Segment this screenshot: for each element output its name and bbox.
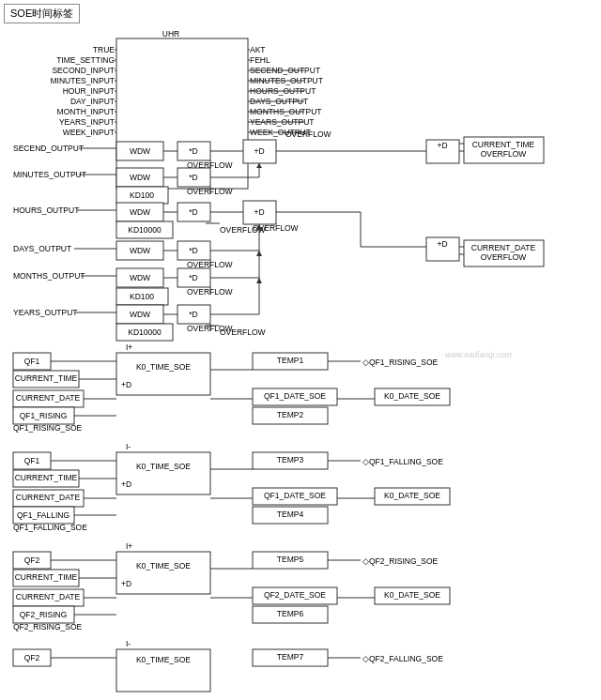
minutes-output-left: MINUTES_OUTPUT (13, 170, 86, 179)
output-akt: AKT (250, 45, 266, 54)
qf2-rising-block: QF2_RISING (20, 610, 68, 619)
kd100-2: KD100 (130, 292, 154, 301)
temp7: TEMP7 (277, 652, 304, 662)
hours-output-left: HOURS_OUTPUT (13, 205, 79, 215)
qf1-rising-soe-arrow: ◇QF1_RISING_SOE (362, 358, 439, 367)
i-minus-2: I- (126, 639, 131, 648)
temp1: TEMP1 (277, 356, 304, 365)
plus-d2: +D (437, 141, 447, 150)
overflow9: OVERFLOW (220, 327, 266, 337)
input-hour: HOUR_INPUT (63, 86, 115, 96)
star-d2: *D (189, 173, 197, 182)
overflow2: OVERFLOW (285, 129, 331, 139)
current-date-3: CURRENT_DATE (16, 592, 81, 601)
star-d5: *D (189, 273, 197, 282)
qf1-falling-block: QF1_FALLING (17, 510, 69, 520)
k0-date-soe-2: K0_DATE_SOE (384, 491, 440, 500)
input-true: TRUE (93, 45, 115, 54)
plus-d-soe3: +D (121, 579, 131, 588)
qf2-rising-soe-arrow: ◇QF2_RISING_SOE (362, 556, 439, 566)
overflow7: OVERFLOW (187, 287, 233, 297)
input-month: MONTH_INPUT (57, 107, 115, 116)
plus-d-soe1: +D (121, 380, 131, 389)
wdw6-label: WDW (130, 310, 150, 319)
current-time-box: CURRENT_TIME (472, 140, 535, 149)
wdw2-label: WDW (130, 173, 150, 182)
plus-d1: +D (254, 146, 264, 156)
kd10000-1: KD10000 (128, 225, 162, 235)
temp4: TEMP4 (277, 510, 304, 519)
secend-output-left: SECEND_OUTPUT (13, 144, 84, 153)
qf2-block-2: QF2 (24, 653, 40, 662)
current-date-box: CURRENT_DATE (471, 243, 536, 252)
input-minutes: MINUTES_INPUT (51, 76, 115, 85)
qf1-block-2: QF1 (24, 456, 40, 465)
qf2-falling-soe-arrow: ◇QF2_FALLING_SOE (362, 654, 443, 663)
years-output-left: YEARS_OUTPUT (13, 308, 78, 317)
input-years: YEARS_INPUT (59, 117, 115, 127)
overflow3: OVERFLOW (187, 187, 233, 196)
watermark: www.eadianqi.com (445, 350, 512, 359)
k0-time-soe-1: K0_TIME_SOE (136, 362, 191, 372)
k0-time-soe-3: K0_TIME_SOE (136, 561, 191, 571)
plus-d3: +D (254, 207, 264, 217)
qf2-block-1: QF2 (24, 555, 40, 565)
current-time-1: CURRENT_TIME (15, 373, 78, 383)
star-d4: *D (189, 246, 197, 255)
wdw4-label: WDW (130, 246, 150, 255)
days-output-left: DAYS_OUTPUT (13, 244, 71, 253)
k0-time-soe-2: K0_TIME_SOE (136, 462, 191, 471)
qf1-rising-soe-label: QF1_RISING_SOE (13, 423, 83, 433)
temp2: TEMP2 (277, 410, 304, 419)
kd10000-2: KD10000 (128, 327, 162, 337)
wdw5-label: WDW (130, 273, 150, 282)
plus-d4: +D (437, 239, 447, 249)
qf1-block-1: QF1 (24, 357, 40, 366)
i-minus-1: I- (126, 442, 131, 451)
k0-date-soe-3: K0_DATE_SOE (384, 590, 440, 600)
output-fehl: FEHL (250, 55, 270, 65)
k0-time-soe-4: K0_TIME_SOE (136, 655, 191, 664)
i-plus-2: I+ (126, 541, 132, 551)
wdw3-label: WDW (130, 207, 150, 217)
temp5: TEMP5 (277, 555, 304, 564)
star-d3: *D (189, 207, 197, 217)
qf2-rising-soe-label: QF2_RISING_SOE (13, 622, 83, 632)
plus-d-soe2: +D (121, 479, 131, 489)
ladder-diagram-svg: text { font-family: Arial, sans-serif; f… (4, 29, 601, 700)
current-date-2: CURRENT_DATE (16, 493, 81, 502)
star-d1: *D (189, 146, 197, 156)
svg-marker-70 (256, 251, 262, 256)
uhr-label: UHR (162, 29, 179, 38)
i-plus-1: I+ (126, 342, 132, 352)
overflow-current-time: OVERFLOW (481, 149, 527, 159)
svg-marker-38 (256, 163, 262, 168)
page-container: SOE时间标签 text { font-family: Arial, sans-… (0, 0, 601, 700)
svg-marker-79 (256, 278, 262, 283)
k0-date-soe-1: K0_DATE_SOE (384, 391, 440, 401)
diagram-area: text { font-family: Arial, sans-serif; f… (0, 23, 601, 700)
qf1-falling-soe-arrow: ◇QF1_FALLING_SOE (362, 457, 443, 466)
title-bar: SOE时间标签 (4, 4, 80, 23)
temp6: TEMP6 (277, 609, 304, 618)
qf2-date-soe-1: QF2_DATE_SOE (264, 590, 326, 600)
months-output-left: MONTHS_OUTPUT (13, 271, 85, 281)
qf1-date-soe-1: QF1_DATE_SOE (264, 391, 326, 401)
wdw1-label: WDW (130, 146, 150, 156)
current-time-2: CURRENT_TIME (15, 473, 78, 482)
qf1-falling-soe-label: QF1_FALLING_SOE (13, 523, 87, 532)
current-time-3: CURRENT_TIME (15, 572, 78, 582)
title-text: SOE时间标签 (10, 8, 73, 19)
qf1-rising-block: QF1_RISING (20, 411, 68, 420)
kd100-1: KD100 (130, 190, 154, 200)
qf1-date-soe-2: QF1_DATE_SOE (264, 491, 326, 500)
temp3: TEMP3 (277, 455, 304, 464)
overflow-current-date: OVERFLOW (481, 252, 527, 262)
input-week: WEEK_INPUT (63, 128, 115, 137)
input-day: DAY_INPUT (70, 97, 115, 106)
current-date-1: CURRENT_DATE (16, 393, 81, 403)
input-second: SECOND_INPUT (52, 66, 115, 75)
input-time-setting: TIME_SETTING (56, 55, 115, 65)
star-d6: *D (189, 310, 197, 319)
